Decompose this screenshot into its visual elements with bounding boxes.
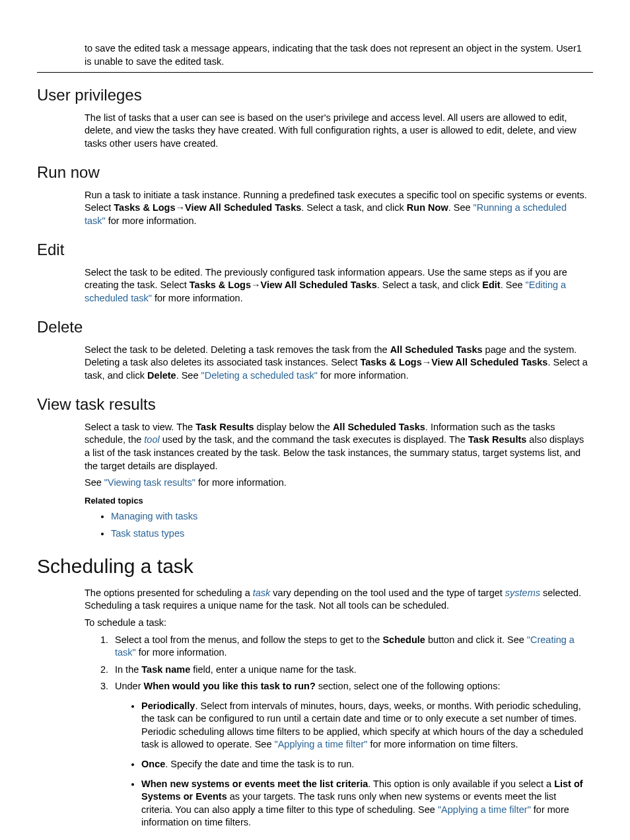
option-periodically: Periodically. Select from intervals of m… [141, 700, 589, 751]
step-2: In the Task name field, enter a unique n… [111, 664, 589, 677]
view-results-para-1: Select a task to view. The Task Results … [85, 421, 589, 473]
intro-block: to save the edited task a message appear… [85, 42, 589, 68]
scheduling-para-2: To schedule a task: [85, 617, 589, 630]
link-deleting-scheduled-task[interactable]: "Deleting a scheduled task" [201, 370, 318, 381]
delete-para: Select the task to be deleted. Deleting … [85, 344, 589, 383]
heading-delete: Delete [37, 317, 593, 338]
heading-scheduling-a-task: Scheduling a task [37, 553, 593, 580]
related-topics-list: Managing with tasks Task status types [85, 510, 589, 540]
link-task-status-types[interactable]: Task status types [111, 528, 184, 539]
edit-para: Select the task to be edited. The previo… [85, 266, 589, 305]
option-new-systems: When new systems or events meet the list… [141, 778, 589, 829]
intro-para: to save the edited task a message appear… [85, 42, 589, 68]
heading-run-now: Run now [37, 162, 593, 183]
link-applying-time-filter-1[interactable]: "Applying a time filter" [275, 739, 368, 749]
related-topics-heading: Related topics [85, 495, 589, 507]
step-1: Select a tool from the menus, and follow… [111, 634, 589, 660]
view-results-para-2: See "Viewing task results" for more info… [85, 477, 589, 490]
run-now-para: Run a task to initiate a task instance. … [85, 189, 589, 228]
scheduling-steps: Select a tool from the menus, and follow… [85, 634, 589, 829]
section-divider [37, 72, 593, 73]
scheduling-para-1: The options presented for scheduling a t… [85, 587, 589, 613]
link-viewing-task-results[interactable]: "Viewing task results" [104, 477, 195, 488]
user-privileges-para: The list of tasks that a user can see is… [85, 112, 589, 151]
heading-view-task-results: View task results [37, 394, 593, 415]
list-item: Managing with tasks [111, 510, 589, 523]
option-once: Once. Specify the date and time the task… [141, 758, 589, 771]
glossary-task[interactable]: task [253, 588, 271, 598]
heading-edit: Edit [37, 239, 593, 260]
step-3: Under When would you like this task to r… [111, 680, 589, 829]
list-item: Task status types [111, 527, 589, 541]
glossary-tool[interactable]: tool [144, 434, 159, 445]
scheduling-options: Periodically. Select from intervals of m… [115, 700, 589, 829]
glossary-systems[interactable]: systems [505, 588, 540, 598]
link-applying-time-filter-2[interactable]: "Applying a time filter" [438, 804, 531, 815]
link-managing-with-tasks[interactable]: Managing with tasks [111, 511, 197, 521]
heading-user-privileges: User privileges [37, 85, 593, 106]
